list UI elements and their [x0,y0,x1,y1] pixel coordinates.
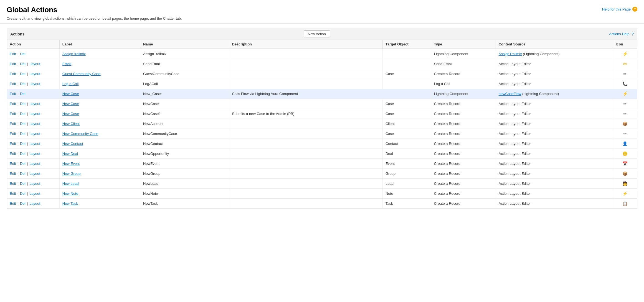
row-icon: ✏ [623,131,627,136]
label-link[interactable]: AssignTrailmix [62,52,86,56]
action-edit-link[interactable]: Edit [10,152,16,156]
action-del-link[interactable]: Del [20,52,26,56]
action-del-link[interactable]: Del [20,201,26,206]
table-row: Edit | Del | LayoutNew ContactNewContact… [7,139,637,149]
target-object-cell: Event [382,159,431,169]
col-header-desc: Description [229,40,382,49]
action-edit-link[interactable]: Edit [10,92,16,96]
content-source-link[interactable]: newCaseFlow [499,92,521,96]
name-cell: NewCommunityCase [140,129,229,139]
type-cell: Create a Record [431,199,496,209]
target-object-cell: Client [382,119,431,129]
label-cell: New Group [59,169,140,179]
action-layout-link[interactable]: Layout [29,132,40,136]
action-edit-link[interactable]: Edit [10,172,16,176]
action-layout-link[interactable]: Layout [29,201,40,206]
action-edit-link[interactable]: Edit [10,201,16,206]
description-cell [229,119,382,129]
action-layout-link[interactable]: Layout [29,162,40,166]
action-del-link[interactable]: Del [20,152,26,156]
action-edit-link[interactable]: Edit [10,52,16,56]
new-action-button[interactable]: New Action [304,30,330,37]
label-link[interactable]: Log a Call [62,82,79,86]
action-del-link[interactable]: Del [20,112,26,116]
table-row: Edit | Del | LayoutNew Community CaseNew… [7,129,637,139]
action-layout-link[interactable]: Layout [29,122,40,126]
description-cell [229,159,382,169]
action-layout-link[interactable]: Layout [29,102,40,106]
action-edit-link[interactable]: Edit [10,102,16,106]
content-source-cell: Action Layout Editor [496,169,613,179]
label-cell: New Note [59,189,140,199]
action-del-link[interactable]: Del [20,102,26,106]
label-link[interactable]: New Event [62,162,80,166]
label-link[interactable]: New Lead [62,181,79,186]
target-object-cell: Deal [382,149,431,159]
label-link[interactable]: Email [62,62,72,66]
action-del-link[interactable]: Del [20,181,26,186]
label-link[interactable]: New Case [62,112,79,116]
action-del-link[interactable]: Del [20,142,26,146]
action-cell: Edit | Del | Layout [7,169,59,179]
icon-cell: ✏ [613,129,637,139]
action-layout-link[interactable]: Layout [29,82,40,86]
description-cell [229,129,382,139]
col-header-target: Target Object [382,40,431,49]
icon-cell: ✉ [613,59,637,69]
action-edit-link[interactable]: Edit [10,82,16,86]
action-edit-link[interactable]: Edit [10,112,16,116]
label-link[interactable]: New Task [62,201,78,206]
icon-cell: 📅 [613,159,637,169]
action-del-link[interactable]: Del [20,162,26,166]
action-edit-link[interactable]: Edit [10,162,16,166]
action-edit-link[interactable]: Edit [10,62,16,66]
action-del-link[interactable]: Del [20,132,26,136]
action-edit-link[interactable]: Edit [10,72,16,76]
action-del-link[interactable]: Del [20,92,26,96]
action-layout-link[interactable]: Layout [29,112,40,116]
action-cell: Edit | Del | Layout [7,139,59,149]
action-edit-link[interactable]: Edit [10,122,16,126]
label-link[interactable]: Guest Community Case [62,72,101,76]
action-layout-link[interactable]: Layout [29,181,40,186]
action-edit-link[interactable]: Edit [10,181,16,186]
name-cell: AssignTrailmix [140,49,229,59]
label-link[interactable]: New Contact [62,142,83,146]
action-edit-link[interactable]: Edit [10,142,16,146]
label-link[interactable]: New Group [62,172,81,176]
action-edit-link[interactable]: Edit [10,132,16,136]
actions-help-link[interactable]: Actions Help [609,32,629,36]
action-del-link[interactable]: Del [20,62,26,66]
action-layout-link[interactable]: Layout [29,62,40,66]
label-link[interactable]: New Case [62,92,79,96]
action-del-link[interactable]: Del [20,72,26,76]
icon-cell: 🪙 [613,149,637,159]
action-separator: | [16,92,19,96]
label-link[interactable]: New Deal [62,152,78,156]
table-row: Edit | Del | LayoutLog a CallLogACallLog… [7,79,637,89]
action-del-link[interactable]: Del [20,172,26,176]
action-cell: Edit | Del | Layout [7,79,59,89]
label-link[interactable]: New Community Case [62,132,98,136]
name-cell: NewCase [140,99,229,109]
actions-help-icon[interactable]: ? [632,32,634,36]
action-del-link[interactable]: Del [20,82,26,86]
label-link[interactable]: New Case [62,102,79,106]
type-cell: Create a Record [431,169,496,179]
label-link[interactable]: New Note [62,191,78,196]
action-layout-link[interactable]: Layout [29,191,40,196]
action-del-link[interactable]: Del [20,122,26,126]
action-layout-link[interactable]: Layout [29,172,40,176]
action-layout-link[interactable]: Layout [29,142,40,146]
action-layout-link[interactable]: Layout [29,152,40,156]
type-cell: Create a Record [431,119,496,129]
label-link[interactable]: New Client [62,122,80,126]
content-source-link[interactable]: AssignTrailmix [499,52,522,56]
action-edit-link[interactable]: Edit [10,191,16,196]
action-layout-link[interactable]: Layout [29,72,40,76]
action-del-link[interactable]: Del [20,191,26,196]
content-source-cell: Action Layout Editor [496,69,613,79]
target-object-cell [382,89,431,99]
action-separator: | [26,152,29,156]
help-for-page-link[interactable]: Help for this Page [602,7,631,11]
